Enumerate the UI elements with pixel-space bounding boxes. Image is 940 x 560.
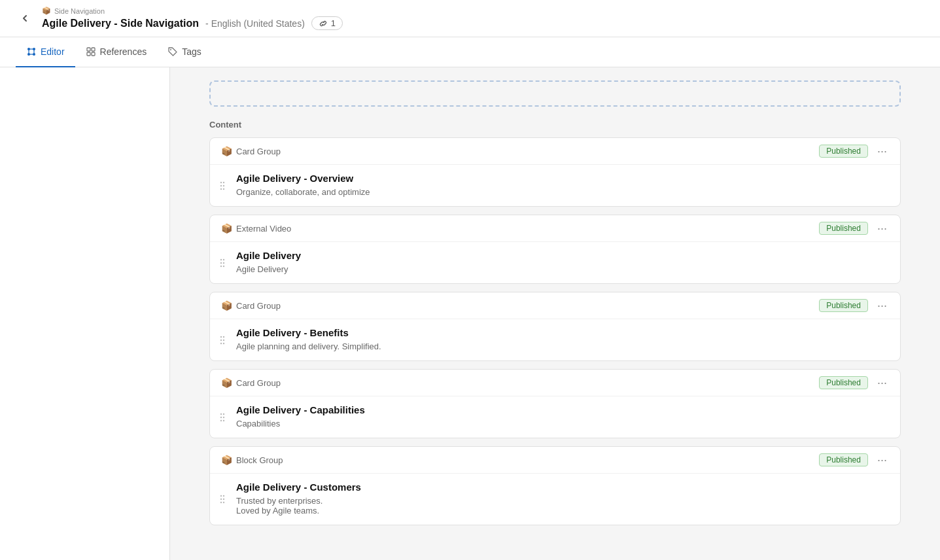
link-badge[interactable]: 1 — [311, 16, 343, 30]
svg-rect-8 — [87, 48, 90, 51]
svg-point-37 — [220, 495, 222, 497]
sidebar — [0, 67, 170, 560]
svg-point-13 — [220, 181, 222, 183]
card-type-label: Block Group — [236, 455, 283, 465]
card-description: Trusted by enterprises. Loved by Agile t… — [236, 496, 890, 516]
drag-handle[interactable] — [219, 181, 226, 191]
page-title-row: Agile Delivery - Side Navigation - Engli… — [42, 16, 343, 30]
card-actions: Published ··· — [819, 376, 890, 389]
card-type: 📦 Block Group — [220, 454, 283, 466]
tab-tags[interactable]: Tags — [157, 37, 212, 67]
svg-point-18 — [223, 188, 224, 189]
card-header: 📦 Block Group Published ··· — [210, 447, 900, 474]
card-title: Agile Delivery - Benefits — [236, 327, 890, 338]
svg-point-33 — [220, 416, 222, 417]
card-type-label: Card Group — [236, 378, 281, 388]
card-type-icon: 📦 — [220, 377, 232, 389]
card-description: Capabilities — [236, 419, 890, 429]
status-badge: Published — [819, 453, 868, 466]
svg-point-26 — [223, 336, 224, 337]
tab-references[interactable]: References — [75, 37, 158, 67]
status-badge: Published — [819, 222, 868, 235]
svg-point-25 — [220, 336, 222, 337]
card-title: Agile Delivery - Capabilities — [236, 404, 890, 415]
svg-point-15 — [220, 184, 222, 186]
svg-point-24 — [223, 265, 224, 266]
card-type: 📦 External Video — [220, 222, 291, 234]
svg-point-39 — [220, 499, 222, 500]
card-header: 📦 External Video Published ··· — [210, 215, 900, 242]
link-count: 1 — [331, 18, 336, 28]
references-icon — [86, 46, 96, 57]
svg-point-22 — [223, 262, 224, 263]
top-bar: 📦 Side Navigation Agile Delivery - Side … — [0, 0, 940, 37]
card-type: 📦 Card Group — [220, 300, 281, 311]
more-options-button[interactable]: ··· — [875, 300, 890, 311]
link-icon — [319, 19, 328, 28]
status-badge: Published — [819, 145, 868, 158]
card-body: Agile Delivery - Benefits Agile planning… — [210, 319, 900, 360]
card-title: Agile Delivery — [236, 250, 890, 261]
card-type-icon: 📦 — [220, 222, 232, 234]
more-options-button[interactable]: ··· — [875, 377, 890, 389]
status-badge: Published — [819, 376, 868, 389]
content-card: 📦 Card Group Published ··· — [209, 292, 901, 361]
card-body: Agile Delivery - Capabilities Capabiliti… — [210, 396, 900, 438]
card-title: Agile Delivery - Overview — [236, 173, 890, 184]
tags-icon — [167, 46, 178, 57]
status-badge: Published — [819, 299, 868, 312]
editor-icon — [26, 46, 37, 57]
svg-point-38 — [223, 495, 224, 497]
card-header: 📦 Card Group Published ··· — [210, 370, 900, 396]
drag-handle[interactable] — [219, 412, 226, 423]
content-section-label: Content — [209, 120, 901, 130]
svg-point-30 — [223, 342, 224, 343]
card-actions: Published ··· — [819, 222, 890, 235]
card-header: 📦 Card Group Published ··· — [210, 292, 900, 319]
card-description: Agile Delivery — [236, 264, 890, 274]
dashed-placeholder — [209, 80, 901, 107]
svg-point-42 — [223, 502, 224, 503]
content-area: Content 📦 Card Group Published ··· — [170, 67, 940, 560]
card-type: 📦 Card Group — [220, 145, 281, 157]
card-body: Agile Delivery - Customers Trusted by en… — [210, 474, 900, 525]
card-type-icon: 📦 — [220, 145, 232, 157]
card-type-label: External Video — [236, 224, 291, 234]
card-type: 📦 Card Group — [220, 377, 281, 389]
cards-container: 📦 Card Group Published ··· — [209, 137, 901, 525]
tab-editor[interactable]: Editor — [16, 37, 75, 67]
drag-handle[interactable] — [219, 494, 226, 504]
more-options-button[interactable]: ··· — [875, 222, 890, 234]
tab-editor-label: Editor — [41, 46, 65, 57]
card-description: Organize, collaborate, and optimize — [236, 187, 890, 197]
svg-point-17 — [220, 188, 222, 189]
card-header: 📦 Card Group Published ··· — [210, 138, 900, 165]
card-description: Agile planning and delivery. Simplified. — [236, 341, 890, 351]
card-actions: Published ··· — [819, 299, 890, 312]
svg-point-27 — [220, 339, 222, 340]
card-type-icon: 📦 — [220, 454, 232, 466]
svg-point-16 — [223, 184, 224, 186]
drag-handle[interactable] — [219, 335, 226, 345]
page-subtitle: - English (United States) — [205, 18, 305, 29]
drag-handle[interactable] — [219, 258, 226, 268]
card-type-icon: 📦 — [220, 300, 232, 311]
content-card: 📦 Block Group Published ··· — [209, 446, 901, 525]
card-title: Agile Delivery - Customers — [236, 481, 890, 493]
svg-point-34 — [223, 416, 224, 417]
more-options-button[interactable]: ··· — [875, 145, 890, 157]
card-type-label: Card Group — [236, 301, 281, 311]
more-options-button[interactable]: ··· — [875, 454, 890, 466]
svg-point-41 — [220, 502, 222, 503]
svg-point-32 — [223, 413, 224, 414]
card-body: Agile Delivery - Overview Organize, coll… — [210, 165, 900, 206]
back-button[interactable] — [16, 9, 34, 27]
svg-point-20 — [223, 258, 224, 260]
svg-point-28 — [223, 339, 224, 340]
svg-rect-10 — [87, 52, 90, 56]
svg-point-19 — [220, 258, 222, 260]
card-type-label: Card Group — [236, 147, 281, 156]
svg-point-31 — [220, 413, 222, 414]
svg-point-23 — [220, 265, 222, 266]
tabs-bar: Editor References Tags — [0, 37, 940, 67]
